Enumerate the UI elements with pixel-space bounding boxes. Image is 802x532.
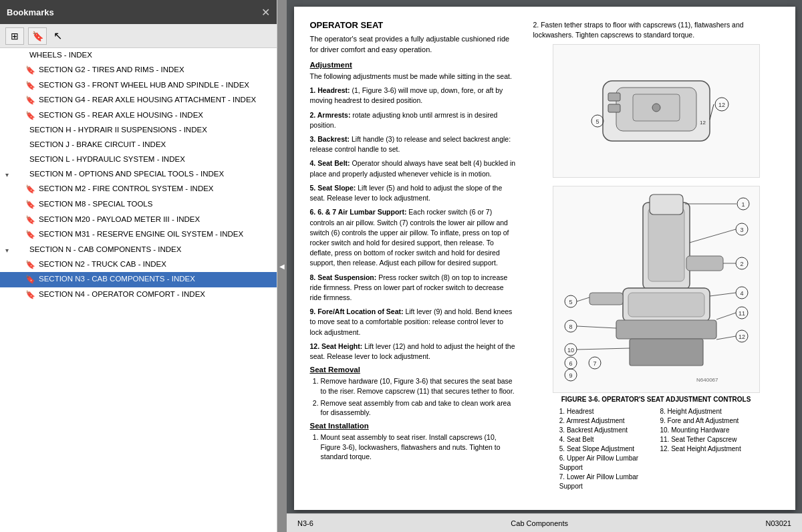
sidebar-item-n[interactable]: SECTION N - CAB COMPONENTS - INDEX xyxy=(0,243,277,257)
control-item: 12. Seat Height Adjustment xyxy=(660,444,753,454)
svg-line-35 xyxy=(716,313,736,319)
seat-removal-title: Seat Removal xyxy=(310,366,517,374)
toolbar-bookmark-button[interactable]: 🔖 xyxy=(28,27,47,45)
footer-center: Cab Components xyxy=(511,519,568,527)
control-item: 7. Lower Air Pillow Lumbar Support xyxy=(559,473,652,491)
tree-arrow-n xyxy=(5,246,15,255)
sidebar-toolbar: ⊞ 🔖 ↖ xyxy=(0,24,277,48)
page-footer: N3-6 Cab Components N03021 xyxy=(287,513,802,532)
sidebar-item-m[interactable]: SECTION M - OPTIONS AND SPECIAL TOOLS - … xyxy=(0,167,277,182)
svg-point-5 xyxy=(652,104,660,112)
svg-line-32 xyxy=(710,293,736,296)
control-item: 9. Fore and Aft Adjustment xyxy=(660,416,753,426)
tree-arrow-m xyxy=(5,170,15,179)
control-item: 3. Backrest Adjustment xyxy=(559,426,652,435)
sidebar-label-n2: SECTION N2 - TRUCK CAB - INDEX xyxy=(39,259,166,270)
sidebar-item-m2[interactable]: 🔖SECTION M2 - FIRE CONTROL SYSTEM - INDE… xyxy=(0,182,277,197)
svg-line-41 xyxy=(716,336,736,340)
cursor-icon: ↖ xyxy=(53,29,62,42)
adjustment-item-0: 1. Headrest: (1, Figure 3-6) will move u… xyxy=(310,86,517,106)
svg-text:5: 5 xyxy=(569,299,572,305)
svg-rect-18 xyxy=(686,256,723,271)
control-item: 6. Upper Air Pillow Lumbar Support xyxy=(559,454,652,473)
sidebar-item-n2[interactable]: 🔖SECTION N2 - TRUCK CAB - INDEX xyxy=(0,257,277,273)
seat-installation-title: Seat Installation xyxy=(310,422,517,430)
svg-text:7: 7 xyxy=(593,360,596,367)
seat-removal-list: Remove hardware (10, Figure 3-6) that se… xyxy=(310,376,517,418)
adjustment-item-6: 8. Seat Suspension: Press rocker switch … xyxy=(310,273,517,303)
svg-text:11: 11 xyxy=(738,310,745,317)
sidebar-item-m8[interactable]: 🔖SECTION M8 - SPECIAL TOOLS xyxy=(0,197,277,213)
svg-rect-13 xyxy=(648,208,684,281)
svg-line-29 xyxy=(690,229,736,243)
bookmark-icon-g4: 🔖 xyxy=(25,96,36,106)
svg-text:5: 5 xyxy=(595,118,599,125)
figure-caption: FIGURE 3-6. OPERATOR'S SEAT ADJUSTMENT C… xyxy=(561,396,751,403)
svg-text:2: 2 xyxy=(740,261,743,267)
svg-line-47 xyxy=(577,348,630,350)
svg-text:3: 3 xyxy=(740,227,743,233)
intro-text: The operator's seat provides a fully adj… xyxy=(310,34,517,55)
bookmark-icon-n4: 🔖 xyxy=(25,290,36,301)
svg-line-44 xyxy=(577,326,616,328)
bookmark-list: WHEELS - INDEX🔖SECTION G2 - TIRES AND RI… xyxy=(0,48,277,532)
svg-text:1: 1 xyxy=(741,201,745,208)
adjustment-title: Adjustment xyxy=(310,61,517,69)
adjustment-item-7: 9. Fore/Aft Location of Seat: Lift lever… xyxy=(310,307,517,338)
page-area: OPERATOR SEAT The operator's seat provid… xyxy=(287,0,802,513)
bookmark-icon-g3: 🔖 xyxy=(25,81,36,92)
toolbar-grid-button[interactable]: ⊞ xyxy=(5,27,24,45)
svg-rect-26 xyxy=(630,339,703,366)
sidebar-header: Bookmarks ✕ xyxy=(0,0,277,24)
sidebar-item-g4[interactable]: 🔖SECTION G4 - REAR AXLE HOUSING ATTACHME… xyxy=(0,93,277,108)
sidebar-label-m2: SECTION M2 - FIRE CONTROL SYSTEM - INDEX xyxy=(39,184,214,194)
controls-legend: 1. Headrest2. Armrest Adjustment3. Backr… xyxy=(559,407,753,491)
control-item: 2. Armrest Adjustment xyxy=(559,416,652,426)
control-item: 11. Seat Tether Capscrew xyxy=(660,435,753,444)
svg-text:N640067: N640067 xyxy=(696,377,718,383)
sidebar-item-n3[interactable]: 🔖SECTION N3 - CAB COMPONENTS - INDEX xyxy=(0,272,277,287)
seat-installation-list: Mount seat assembly to seat riser. Insta… xyxy=(310,432,517,462)
adjustment-item-3: 4. Seat Belt: Operator should always hav… xyxy=(310,158,517,178)
sidebar-label-n4: SECTION N4 - OPERATOR COMFORT - INDEX xyxy=(39,289,205,300)
sidebar-item-l[interactable]: SECTION L - HYDRAULIC SYSTEM - INDEX xyxy=(0,152,277,167)
page-paper: OPERATOR SEAT The operator's seat provid… xyxy=(294,7,795,510)
seat-side-svg: 1 2 xyxy=(556,189,757,390)
control-item: 5. Seat Slope Adjustment xyxy=(559,444,652,454)
svg-rect-25 xyxy=(616,320,716,339)
svg-rect-2 xyxy=(608,93,620,101)
control-item: 10. Mounting Hardware xyxy=(660,426,753,435)
svg-line-38 xyxy=(577,297,589,301)
svg-text:12: 12 xyxy=(718,102,724,108)
collapse-handle[interactable]: ◀ xyxy=(277,0,287,532)
bookmark-icon-g2: 🔖 xyxy=(25,65,36,76)
sidebar-label-g3: SECTION G3 - FRONT WHEEL HUB AND SPINDLE… xyxy=(39,80,249,91)
sidebar-item-g2[interactable]: 🔖SECTION G2 - TIRES AND RIMS - INDEX xyxy=(0,63,277,78)
sidebar-item-g5[interactable]: 🔖SECTION G5 - REAR AXLE HOUSING - INDEX xyxy=(0,108,277,124)
svg-line-8 xyxy=(710,104,714,120)
svg-text:12: 12 xyxy=(700,120,706,126)
sidebar-item-h[interactable]: SECTION H - HYDRAIR II SUSPENSIONS - IND… xyxy=(0,123,277,138)
page-right-column: 2. Fasten tether straps to floor with ca… xyxy=(533,20,779,497)
svg-text:8: 8 xyxy=(569,323,572,330)
sidebar-label-n3: SECTION N3 - CAB COMPONENTS - INDEX xyxy=(39,274,195,285)
sidebar-item-m20[interactable]: 🔖SECTION M20 - PAYLOAD METER III - INDEX xyxy=(0,213,277,228)
bookmark-icon-m20: 🔖 xyxy=(25,215,36,226)
seat-top-diagram: 12 12 5 xyxy=(553,44,760,178)
sidebar-item-g3[interactable]: 🔖SECTION G3 - FRONT WHEEL HUB AND SPINDL… xyxy=(0,78,277,94)
sidebar-item-j[interactable]: SECTION J - BRAKE CIRCUIT - INDEX xyxy=(0,138,277,152)
adjustments-list: 1. Headrest: (1, Figure 3-6) will move u… xyxy=(310,86,517,362)
sidebar-label-wheels: WHEELS - INDEX xyxy=(29,50,92,61)
svg-rect-24 xyxy=(589,293,623,305)
sidebar-item-n4[interactable]: 🔖SECTION N4 - OPERATOR COMFORT - INDEX xyxy=(0,287,277,303)
bookmark-icon-m8: 🔖 xyxy=(25,200,36,211)
seat-side-diagram: 1 2 xyxy=(553,186,760,393)
sidebar-item-wheels[interactable]: WHEELS - INDEX xyxy=(0,48,277,63)
svg-rect-14 xyxy=(650,194,683,215)
close-icon[interactable]: ✕ xyxy=(261,6,270,19)
bookmark-icon-g5: 🔖 xyxy=(25,111,36,122)
figure-side: 1 2 xyxy=(533,186,779,491)
sidebar-item-m31[interactable]: 🔖SECTION M31 - RESERVE ENGINE OIL SYSTEM… xyxy=(0,227,277,243)
adjustment-item-5: 6. 6. & 7 Air Lumbar Support: Each rocke… xyxy=(310,207,517,268)
adjustment-item-8: 12. Seat Height: Lift lever (12) and hol… xyxy=(310,342,517,362)
